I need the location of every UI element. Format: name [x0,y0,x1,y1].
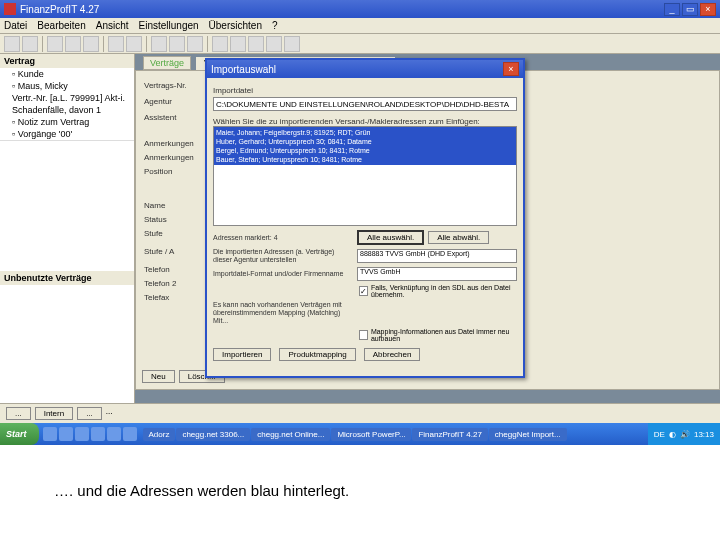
dialog-title: Importauswahl [211,64,276,75]
bottom-button[interactable]: Intern [35,407,73,420]
format-select[interactable]: TVVS GmbH [357,267,517,281]
tab-label[interactable]: Verträge [143,56,191,70]
menu-item[interactable]: Ansicht [96,20,129,31]
bottom-sep: ··· [106,409,113,418]
label: Name [144,201,165,210]
label: Stufe / A [144,247,174,256]
menu-item[interactable]: ? [272,20,278,31]
tray-icon[interactable]: 🔊 [680,430,690,439]
label: Assistent [144,113,176,122]
path-input[interactable] [213,97,517,111]
label: Vertrags-Nr. [144,81,187,90]
toolbar-button[interactable] [151,36,167,52]
menu-item[interactable]: Bearbeiten [37,20,85,31]
toolbar-button[interactable] [266,36,282,52]
tree-item[interactable]: ▫ Kunde [0,68,134,80]
count-label: Adressen markiert: 4 [213,234,353,242]
label: Es kann nach vorhandenen Verträgen mit ü… [213,301,353,325]
tree-item[interactable]: ▫ Vorgänge '00' [0,128,134,140]
tree-item[interactable]: ▫ Maus, Micky [0,80,134,92]
agency-select[interactable]: 888883 TVVS GmbH (DHD Export) [357,249,517,263]
label: Importdatei-Format und/oder Firmenname [213,270,353,278]
toolbar-button[interactable] [65,36,81,52]
ql-icon[interactable] [43,427,57,441]
ql-icon[interactable] [123,427,137,441]
label: Anmerkungen [144,139,194,148]
toolbar-button[interactable] [284,36,300,52]
mapping-button[interactable]: Produktmapping [279,348,355,361]
task-item[interactable]: cheggNet Import... [489,428,567,441]
separator [103,36,104,52]
toolbar-button[interactable] [4,36,20,52]
ql-icon[interactable] [107,427,121,441]
separator [146,36,147,52]
slide-caption: …. und die Adressen werden blau hinterle… [54,482,349,499]
tree-item[interactable]: ▫ Notiz zum Vertrag [0,116,134,128]
new-button[interactable]: Neu [142,370,175,383]
clock[interactable]: 13:13 [694,430,714,439]
menu-item[interactable]: Einstellungen [139,20,199,31]
checkbox[interactable]: ✓ [359,286,368,296]
ql-icon[interactable] [59,427,73,441]
tray-icon[interactable]: ◐ [669,430,676,439]
start-button[interactable]: Start [0,423,39,445]
close-button[interactable]: × [700,3,716,16]
label: Position [144,167,172,176]
label: Wählen Sie die zu importierenden Versand… [213,117,480,126]
toolbar-button[interactable] [212,36,228,52]
deselect-all-button[interactable]: Alle abwähl. [428,231,489,244]
toolbar-button[interactable] [83,36,99,52]
label: Status [144,215,167,224]
toolbar-button[interactable] [248,36,264,52]
toolbar-button[interactable] [126,36,142,52]
dialog-close-button[interactable]: × [503,62,519,76]
app-icon [4,3,16,15]
toolbar-button[interactable] [169,36,185,52]
task-item[interactable]: chegg.net Online... [251,428,330,441]
separator [207,36,208,52]
taskbar: Start Adorz chegg.net 3306... chegg.net … [0,423,720,445]
toolbar-button[interactable] [22,36,38,52]
task-item[interactable]: Microsoft PowerP... [331,428,411,441]
toolbar-button[interactable] [187,36,203,52]
toolbar-button[interactable] [108,36,124,52]
label: Stufe [144,229,163,238]
checkbox[interactable] [359,330,368,340]
app-title: FinanzProfIT 4.27 [20,4,99,15]
toolbar-button[interactable] [47,36,63,52]
tree-item[interactable]: Schadenfälle, davon 1 [0,104,134,116]
tree-header[interactable]: Unbenutzte Verträge [0,271,134,285]
minimize-button[interactable]: _ [664,3,680,16]
menubar: Datei Bearbeiten Ansicht Einstellungen Ü… [0,18,720,34]
label: Agentur [144,97,172,106]
menu-item[interactable]: Datei [4,20,27,31]
select-all-button[interactable]: Alle auswähl. [357,230,424,245]
task-item[interactable]: chegg.net 3306... [176,428,250,441]
tree-item[interactable]: Vertr.-Nr. [a.L. 799991] Akt-i. [0,92,134,104]
address-list[interactable]: Maier, Johann; Feigelbergstr.9; 81925; R… [213,126,517,226]
label: Importdatei [213,86,253,95]
ql-icon[interactable] [75,427,89,441]
import-button[interactable]: Importieren [213,348,271,361]
task-item[interactable]: FinanzProfIT 4.27 [412,428,487,441]
task-list: Adorz chegg.net 3306... chegg.net Online… [141,428,648,441]
checkbox-label: Mapping-Informationen aus Datei immer ne… [371,328,517,342]
tree-panel: Vertrag ▫ Kunde ▫ Maus, Micky Vertr.-Nr.… [0,54,135,409]
bottom-button[interactable]: ... [6,407,31,420]
list-selection[interactable]: Maier, Johann; Feigelbergstr.9; 81925; R… [214,127,516,165]
label: Telefax [144,293,169,302]
lang-indicator[interactable]: DE [654,430,665,439]
cancel-button[interactable]: Abbrechen [364,348,421,361]
system-tray: DE ◐ 🔊 13:13 [648,423,720,445]
ql-icon[interactable] [91,427,105,441]
toolbar-button[interactable] [230,36,246,52]
quick-launch [39,427,141,441]
checkbox-label: Falls, Verknüpfung in den SDL aus den Da… [371,284,517,298]
menu-item[interactable]: Übersichten [209,20,262,31]
task-item[interactable]: Adorz [143,428,176,441]
label: Anmerkungen [144,153,194,162]
bottom-button[interactable]: ... [77,407,102,420]
tree-header[interactable]: Vertrag [0,54,134,68]
maximize-button[interactable]: ▭ [682,3,698,16]
toolbar [0,34,720,54]
